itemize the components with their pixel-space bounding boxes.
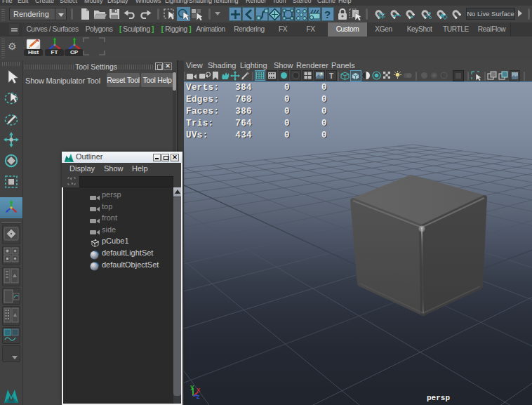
svg-text:y: y (190, 384, 194, 391)
svg-text:z: z (197, 394, 200, 401)
svg-text:?: ? (324, 8, 331, 20)
svg-text:T: T (329, 72, 333, 80)
svg-text:x: x (197, 387, 201, 394)
